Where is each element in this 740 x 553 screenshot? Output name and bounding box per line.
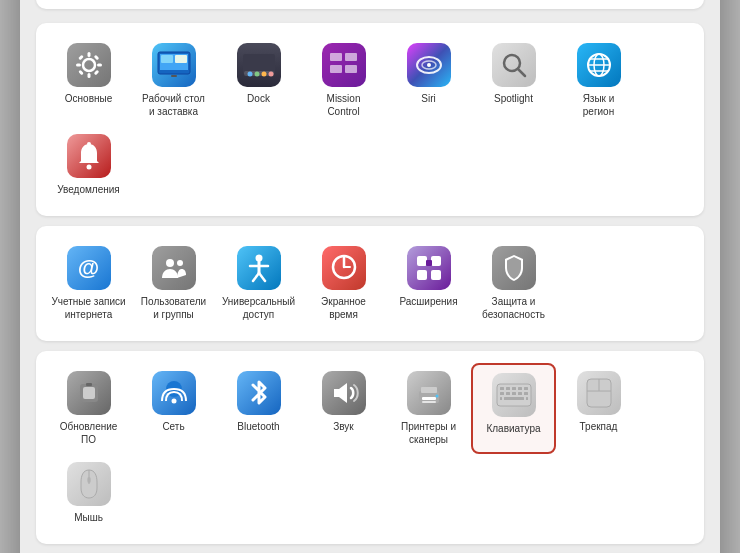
svg-line-46 — [259, 273, 265, 281]
svg-rect-72 — [506, 392, 510, 395]
row2-grid: @ Учетные записиинтернета Пользова — [46, 238, 694, 329]
svg-point-39 — [87, 142, 91, 146]
icon-item-keyboard[interactable]: Клавиатура — [471, 363, 556, 454]
icon-item-dock[interactable]: Dock — [216, 35, 301, 126]
icon-item-users[interactable]: Пользователии группы — [131, 238, 216, 329]
desktop-label: Рабочий столи заставка — [142, 92, 205, 118]
svg-point-59 — [171, 399, 176, 404]
desktop-icon — [152, 43, 196, 87]
language-icon — [577, 43, 621, 87]
screen-label: Экранноевремя — [321, 295, 366, 321]
siri-icon — [407, 43, 451, 87]
svg-rect-70 — [524, 387, 528, 390]
icon-item-security[interactable]: Защита ибезопасность — [471, 238, 556, 329]
svg-rect-9 — [78, 55, 84, 61]
dock-icon — [237, 43, 281, 87]
svg-rect-53 — [431, 270, 441, 280]
icon-item-screen[interactable]: Экранноевремя — [301, 238, 386, 329]
updates-label: ОбновлениеПО — [60, 420, 118, 446]
row1-grid: Основные Рабочий столи заставка — [46, 35, 694, 204]
security-icon — [492, 246, 536, 290]
svg-point-21 — [254, 72, 259, 77]
icon-item-access[interactable]: Универсальныйдоступ — [216, 238, 301, 329]
icon-item-printers[interactable]: Принтеры исканеры — [386, 363, 471, 454]
row3-grid: ОбновлениеПО Сеть — [46, 363, 694, 532]
icon-item-siri[interactable]: Siri — [386, 35, 471, 126]
icon-item-desktop[interactable]: Рабочий столи заставка — [131, 35, 216, 126]
general-label: Основные — [65, 92, 112, 105]
svg-rect-77 — [500, 397, 502, 400]
svg-rect-16 — [175, 55, 187, 63]
svg-rect-76 — [504, 397, 524, 400]
access-label: Универсальныйдоступ — [222, 295, 295, 321]
svg-rect-62 — [422, 397, 436, 400]
extensions-icon — [407, 246, 451, 290]
keyboard-icon — [492, 373, 536, 417]
svg-point-30 — [427, 63, 431, 67]
profile-section: Я Yablyk Public Apple ID, iCloud, медиам… — [36, 0, 704, 9]
printers-icon — [407, 371, 451, 415]
spotlight-label: Spotlight — [494, 92, 533, 105]
svg-point-22 — [261, 72, 266, 77]
svg-point-4 — [83, 59, 95, 71]
keyboard-label: Клавиатура — [486, 422, 540, 435]
svg-rect-66 — [500, 387, 504, 390]
svg-rect-25 — [345, 53, 357, 61]
mouse-icon — [67, 462, 111, 506]
network-label: Сеть — [162, 420, 184, 433]
bluetooth-icon — [237, 371, 281, 415]
language-label: Язык ирегион — [583, 92, 615, 118]
icon-item-bluetooth[interactable]: Bluetooth — [216, 363, 301, 454]
svg-rect-6 — [87, 73, 90, 78]
sound-label: Звук — [333, 420, 354, 433]
svg-rect-7 — [76, 64, 81, 67]
svg-point-83 — [87, 477, 91, 483]
general-icon — [67, 43, 111, 87]
mouse-label: Мышь — [74, 511, 103, 524]
icon-item-accounts[interactable]: @ Учетные записиинтернета — [46, 238, 131, 329]
icon-item-general[interactable]: Основные — [46, 35, 131, 126]
dock-label: Dock — [247, 92, 270, 105]
trackpad-icon — [577, 371, 621, 415]
icon-item-extensions[interactable]: Расширения — [386, 238, 471, 329]
mission-label: MissionControl — [327, 92, 361, 118]
accounts-icon: @ — [67, 246, 111, 290]
icon-item-spotlight[interactable]: Spotlight — [471, 35, 556, 126]
sound-icon — [322, 371, 366, 415]
icon-item-notifications[interactable]: Уведомления — [46, 126, 131, 204]
bluetooth-label: Bluetooth — [237, 420, 279, 433]
icon-item-updates[interactable]: ОбновлениеПО — [46, 363, 131, 454]
svg-rect-17 — [171, 75, 177, 77]
svg-rect-75 — [524, 392, 528, 395]
svg-rect-50 — [417, 256, 427, 266]
users-label: Пользователии группы — [141, 295, 206, 321]
svg-rect-57 — [86, 383, 92, 386]
spotlight-icon — [492, 43, 536, 87]
main-window: ‹ › Системные настройки 🔍 Я Yablyk Publi… — [20, 0, 720, 553]
network-icon — [152, 371, 196, 415]
svg-rect-69 — [518, 387, 522, 390]
icon-item-sound[interactable]: Звук — [301, 363, 386, 454]
svg-point-20 — [247, 72, 252, 77]
svg-rect-12 — [93, 70, 99, 76]
security-label: Защита ибезопасность — [482, 295, 545, 321]
svg-line-45 — [253, 273, 259, 281]
svg-rect-5 — [87, 52, 90, 57]
icon-item-trackpad[interactable]: Трекпад — [556, 363, 641, 454]
content-area: Я Yablyk Public Apple ID, iCloud, медиам… — [20, 0, 720, 553]
svg-line-32 — [518, 69, 525, 76]
icon-item-language[interactable]: Язык ирегион — [556, 35, 641, 126]
svg-point-40 — [166, 259, 174, 267]
icon-item-mouse[interactable]: Мышь — [46, 454, 131, 532]
icon-item-network[interactable]: Сеть — [131, 363, 216, 454]
icon-item-mission[interactable]: MissionControl — [301, 35, 386, 126]
svg-rect-11 — [78, 70, 84, 76]
svg-rect-73 — [512, 392, 516, 395]
svg-rect-27 — [345, 65, 357, 73]
trackpad-label: Трекпад — [580, 420, 618, 433]
svg-rect-61 — [421, 387, 437, 393]
svg-rect-15 — [161, 55, 173, 63]
notifications-label: Уведомления — [57, 183, 120, 196]
row3-section: ОбновлениеПО Сеть — [36, 351, 704, 544]
svg-rect-67 — [506, 387, 510, 390]
